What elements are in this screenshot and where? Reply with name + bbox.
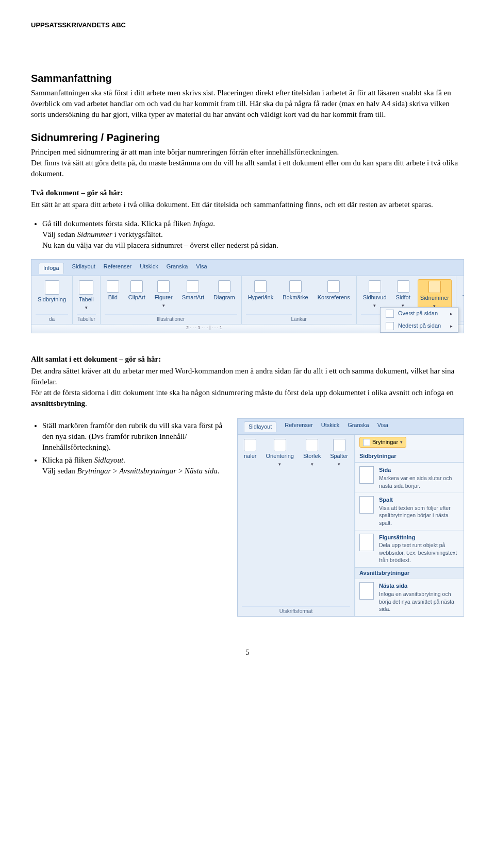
btn-smartart[interactable]: SmartArt: [180, 279, 206, 310]
btn-textruta[interactable]: Textruta▾: [460, 279, 464, 310]
column-thumb-icon: [359, 496, 374, 514]
mega-nasta-sida[interactable]: Nästa sidaInfoga en avsnittsbrytning och…: [355, 578, 464, 616]
sidnummer-dropdown: Överst på sidan▸ Nederst på sidan▸: [380, 307, 458, 333]
list-item: Ställ markören framför den rubrik du vil…: [42, 420, 227, 453]
mega-cat-avsnitt: Avsnittsbrytningar: [355, 567, 464, 578]
tab-utskick[interactable]: Utskick: [140, 263, 158, 273]
btn-tabell[interactable]: Tabell▾: [77, 279, 96, 312]
tab-granska[interactable]: Granska: [167, 263, 188, 273]
hyperlink-icon: [254, 280, 267, 293]
columns-icon: [333, 439, 345, 451]
btn-storlek[interactable]: Storlek▾: [301, 438, 323, 469]
chart-icon: [218, 280, 230, 293]
tab-infoga[interactable]: Infoga: [39, 263, 64, 274]
btn-naler[interactable]: naler: [242, 438, 258, 469]
mega-figursattning[interactable]: FigursättningDela upp text runt objekt p…: [355, 530, 464, 567]
table-icon: [79, 280, 93, 295]
subhead-allt-samlat: Allt samlat i ett dokument – gör så här:: [31, 354, 464, 365]
ribbon2-tabs: Sidlayout Referenser Utskick Granska Vis…: [238, 419, 464, 435]
ribbon-tabs: Infoga Sidlayout Referenser Utskick Gran…: [31, 260, 464, 276]
mega-sida[interactable]: SidaMarkera var en sida slutar och nästa…: [355, 463, 464, 492]
list-tvadok: Gå till dokumentets första sida. Klicka …: [31, 218, 464, 251]
orientation-icon: [274, 439, 286, 451]
dd-overst[interactable]: Överst på sidan▸: [381, 308, 458, 320]
bookmark-icon: [289, 280, 302, 293]
shapes-icon: [157, 280, 170, 293]
btn-korsreferens[interactable]: Korsreferens: [316, 279, 352, 302]
btn-sidbrytning[interactable]: Sidbrytning: [36, 279, 68, 304]
brytningar-panel: Brytningar▾ Sidbrytningar SidaMarkera va…: [355, 435, 464, 616]
para-sammanfattning: Sammanfattningen ska stå först i ditt ar…: [31, 88, 464, 120]
dd-nederst[interactable]: Nederst på sidan▸: [381, 320, 458, 332]
mega-spalt[interactable]: SpaltVisa att texten som följer efter sp…: [355, 492, 464, 530]
bottom-of-page-icon: [386, 322, 394, 330]
heading-sammanfattning: Sammanfattning: [31, 71, 464, 86]
tab-referenser[interactable]: Referenser: [104, 263, 131, 273]
wrap-thumb-icon: [359, 534, 374, 551]
para-tvadok: Ett sätt är att spara ditt arbete i två …: [31, 199, 464, 210]
group-illustrationer: Bild ClipArt Figurer▾ SmartArt Diagram I…: [101, 276, 242, 324]
breaks-icon: [363, 439, 370, 446]
btn-spalter[interactable]: Spalter▾: [328, 438, 350, 469]
margins-icon: [244, 439, 256, 451]
btn-hyperlank[interactable]: Hyperlänk: [246, 279, 276, 302]
btn-orientering[interactable]: Orientering▾: [263, 438, 295, 469]
btn-bild[interactable]: Bild: [105, 279, 121, 310]
ribbon-infoga: Infoga Sidlayout Referenser Utskick Gran…: [31, 259, 464, 333]
footer-icon: [397, 280, 409, 293]
crossref-icon: [327, 280, 340, 293]
btn-brytningar[interactable]: Brytningar▾: [359, 437, 406, 448]
btn-diagram[interactable]: Diagram: [211, 279, 237, 310]
ribbon-sidlayout: Sidlayout Referenser Utskick Granska Vis…: [237, 418, 464, 617]
group-utskriftsformat: naler Orientering▾ Storlek▾ Spalter▾ Uts…: [238, 435, 355, 616]
group-lankar: Hyperlänk Bokmärke Korsreferens Länkar: [242, 276, 357, 324]
mega-head-sidbrytningar: Sidbrytningar: [355, 450, 464, 463]
btn-sidhuvud[interactable]: Sidhuvud▾: [361, 279, 389, 311]
clipart-icon: [130, 280, 143, 293]
top-of-page-icon: [386, 310, 394, 318]
header-icon: [369, 280, 381, 293]
tab2-visa[interactable]: Visa: [377, 421, 388, 432]
tab-sidlayout[interactable]: Sidlayout: [72, 263, 95, 273]
pagenumber-icon: [428, 281, 441, 293]
list-item: Gå till dokumentets första sida. Klicka …: [42, 218, 464, 251]
btn-clipart[interactable]: ClipArt: [126, 279, 147, 310]
page-break-icon: [45, 280, 59, 295]
group-tabeller: Tabell▾ Tabeller: [73, 276, 101, 324]
tab2-referenser[interactable]: Referenser: [285, 421, 312, 432]
group-sidbrytning: Sidbrytning da: [31, 276, 73, 324]
size-icon: [306, 439, 318, 451]
btn-sidnummer[interactable]: Sidnummer▾: [418, 279, 452, 311]
list-allt: Ställ markören framför den rubrik du vil…: [31, 420, 227, 476]
page-header: UPPSATSSKRIVANDETS ABC: [31, 21, 464, 30]
list-item: Klicka på fliken Sidlayout. Välj sedan B…: [42, 455, 227, 476]
tab-visa[interactable]: Visa: [196, 263, 207, 273]
tab2-sidlayout[interactable]: Sidlayout: [244, 421, 276, 432]
page-number: 5: [31, 648, 464, 658]
subhead-tva-dokument: Två dokument – gör så här:: [31, 188, 464, 198]
btn-bokmarke[interactable]: Bokmärke: [280, 279, 310, 302]
smartart-icon: [187, 280, 199, 293]
tab2-utskick[interactable]: Utskick: [321, 421, 339, 432]
btn-sidfot[interactable]: Sidfot▾: [394, 279, 412, 311]
nextpage-thumb-icon: [359, 582, 374, 600]
btn-figurer[interactable]: Figurer▾: [153, 279, 175, 310]
para-allt: Det andra sättet kräver att du arbetar m…: [31, 366, 464, 409]
tab2-granska[interactable]: Granska: [348, 421, 369, 432]
picture-icon: [107, 280, 119, 293]
page-thumb-icon: [359, 466, 374, 484]
heading-sidnumrering: Sidnumrering / Paginering: [31, 130, 464, 145]
para-sidnum-1: Principen med sidnumrering är att man in…: [31, 147, 464, 179]
